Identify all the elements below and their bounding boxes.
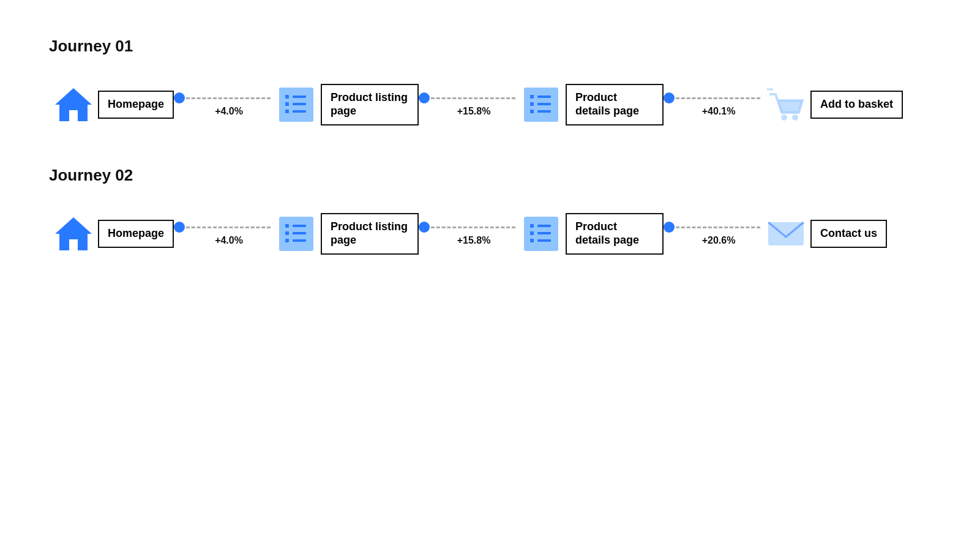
basket-icon	[761, 80, 810, 129]
node-listing-1: Product listing page	[272, 80, 419, 129]
node-label-details-2: Product details page	[566, 213, 664, 254]
svg-point-15	[781, 114, 787, 121]
node-listing-2: Product listing page	[272, 209, 419, 258]
connector-dashes	[431, 97, 515, 99]
connector-line-row	[664, 222, 761, 233]
svg-rect-7	[293, 110, 306, 113]
svg-rect-4	[285, 102, 289, 106]
node-label-details-1: Product details page	[566, 84, 664, 125]
node-basket-1: Add to basket	[761, 80, 903, 129]
svg-rect-13	[530, 110, 534, 113]
connector-pct: +20.6%	[664, 235, 761, 246]
connector-dashes	[186, 97, 271, 99]
connector-line-row	[174, 222, 272, 233]
node-homepage-1: Homepage	[49, 80, 174, 129]
connector-pct: +4.0%	[174, 106, 272, 117]
connector-pct: +15.8%	[419, 106, 517, 117]
svg-rect-10	[537, 95, 551, 98]
home-icon	[49, 209, 98, 258]
connector-dot	[664, 222, 675, 233]
svg-rect-29	[530, 231, 534, 235]
node-label-listing-2: Product listing page	[321, 213, 419, 254]
svg-rect-28	[537, 225, 551, 227]
connector-line-row	[419, 222, 517, 233]
connector-dot	[419, 222, 430, 233]
svg-rect-24	[285, 239, 289, 242]
connector-c2-1: +4.0%	[174, 222, 272, 246]
svg-rect-21	[293, 225, 306, 227]
connector-c2-2: +15.8%	[419, 222, 517, 246]
connector-dot	[174, 92, 185, 103]
node-label-homepage-2: Homepage	[98, 220, 174, 248]
journey-section-1: Journey 01 Homepage +4.0% Product listin…	[49, 37, 931, 129]
node-details-2: Product details page	[517, 209, 664, 258]
journey-title-2: Journey 02	[49, 166, 931, 185]
svg-rect-27	[530, 224, 534, 228]
connector-pct: +4.0%	[174, 235, 272, 246]
svg-rect-25	[293, 239, 306, 242]
svg-rect-2	[285, 95, 289, 99]
home-icon	[49, 80, 98, 129]
svg-rect-30	[537, 232, 551, 234]
svg-rect-14	[537, 110, 551, 113]
node-homepage-2: Homepage	[49, 209, 174, 258]
connector-pct: +40.1%	[664, 106, 761, 117]
details-icon	[517, 209, 566, 258]
details-icon	[517, 80, 566, 129]
svg-rect-20	[285, 224, 289, 228]
svg-point-16	[792, 114, 798, 121]
connector-dot	[419, 92, 430, 103]
svg-rect-9	[530, 95, 534, 99]
connector-line-row	[174, 92, 272, 103]
node-contact-2: Contact us	[761, 209, 887, 258]
node-label-basket-1: Add to basket	[810, 91, 903, 119]
connector-dashes	[186, 226, 271, 228]
listing-icon	[272, 80, 321, 129]
svg-rect-22	[285, 231, 289, 235]
contact-icon	[761, 209, 810, 258]
journey-flow-1: Homepage +4.0% Product listing page +15.…	[49, 80, 931, 129]
svg-rect-11	[530, 102, 534, 106]
page-container: Journey 01 Homepage +4.0% Product listin…	[0, 0, 980, 332]
journey-title-1: Journey 01	[49, 37, 931, 56]
node-label-listing-1: Product listing page	[321, 84, 419, 125]
node-label-contact-2: Contact us	[810, 220, 887, 248]
connector-c1-1: +4.0%	[174, 92, 272, 117]
connector-dot	[174, 222, 185, 233]
connector-line-row	[664, 92, 761, 103]
connector-c2-3: +20.6%	[664, 222, 761, 246]
svg-rect-3	[293, 95, 306, 98]
journey-section-2: Journey 02 Homepage +4.0% Product listin…	[49, 166, 931, 258]
connector-dashes	[676, 226, 760, 228]
connector-line-row	[419, 92, 517, 103]
connector-c1-3: +40.1%	[664, 92, 761, 117]
listing-icon	[272, 209, 321, 258]
connector-dashes	[676, 97, 760, 99]
svg-rect-12	[537, 103, 551, 105]
journey-flow-2: Homepage +4.0% Product listing page +15.…	[49, 209, 931, 258]
svg-rect-23	[293, 232, 306, 234]
connector-pct: +15.8%	[419, 235, 517, 246]
svg-rect-6	[285, 110, 289, 113]
connector-dashes	[431, 226, 515, 228]
svg-rect-31	[530, 239, 534, 242]
svg-marker-0	[55, 88, 92, 121]
svg-rect-32	[537, 239, 551, 242]
node-label-homepage-1: Homepage	[98, 91, 174, 119]
connector-dot	[664, 92, 675, 103]
svg-marker-18	[55, 217, 92, 250]
connector-c1-2: +15.8%	[419, 92, 517, 117]
svg-rect-5	[293, 103, 306, 105]
node-details-1: Product details page	[517, 80, 664, 129]
